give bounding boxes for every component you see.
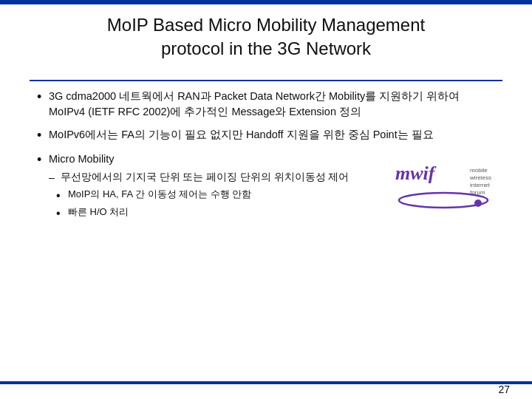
- page-number: 27: [498, 383, 510, 395]
- sub-sub-text-2: 빠른 H/O 처리: [68, 205, 129, 219]
- small-dot-1: •: [56, 188, 68, 204]
- bullet-text-2: MoIPv6에서는 FA의 기능이 필요 없지만 Handoff 지원을 위한 …: [49, 127, 495, 143]
- sub-bullet-text-1: 무선망에서의 기지국 단위 또는 페이징 단위의 위치이동성 제어: [61, 171, 349, 185]
- bottom-border: [0, 381, 532, 384]
- svg-point-1: [474, 200, 482, 207]
- mwif-text: mwif: [395, 163, 434, 185]
- mwif-tagline-2: wireless: [470, 174, 491, 182]
- mwif-tagline-1: mobile: [470, 167, 491, 174]
- mwif-logo: mwif mobile wireless internet forum: [395, 163, 491, 211]
- bullet-item-2: • MoIPv6에서는 FA의 기능이 필요 없지만 Handoff 지원을 위…: [37, 127, 495, 144]
- bullet-dot-2: •: [37, 128, 49, 144]
- title-area: MoIP Based Micro Mobility Management pro…: [44, 13, 488, 61]
- mwif-logo-inner: mwif mobile wireless internet forum: [395, 163, 491, 211]
- mwif-curve-svg: [395, 190, 491, 211]
- bullet-item-1: • 3G cdma2000 네트웍에서 RAN과 Packet Data Net…: [37, 89, 495, 120]
- title-divider: [30, 80, 502, 81]
- svg-point-0: [399, 193, 488, 208]
- slide-container: MoIP Based Micro Mobility Management pro…: [0, 0, 532, 399]
- bullet-dot-1: •: [37, 89, 49, 106]
- bullet-dot-3: •: [37, 152, 49, 168]
- bullet-text-1: 3G cdma2000 네트웍에서 RAN과 Packet Data Netwo…: [49, 89, 495, 120]
- dash-1: –: [49, 171, 61, 185]
- mwif-tagline-3: internet: [470, 182, 491, 189]
- top-border: [0, 0, 532, 4]
- slide-title: MoIP Based Micro Mobility Management pro…: [44, 13, 488, 61]
- content-area: • 3G cdma2000 네트웍에서 RAN과 Packet Data Net…: [37, 89, 495, 369]
- small-dot-2: •: [56, 205, 68, 222]
- sub-sub-text-1: MoIP의 HA, FA 간 이동성 제어는 수행 안함: [68, 188, 251, 201]
